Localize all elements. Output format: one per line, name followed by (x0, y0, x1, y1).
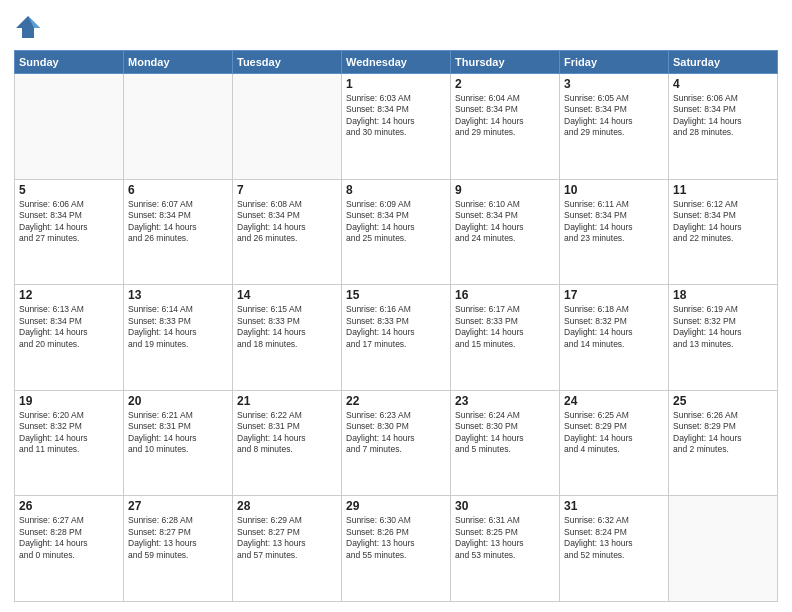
col-header-wednesday: Wednesday (342, 51, 451, 74)
cell-w1-d3: 1Sunrise: 6:03 AM Sunset: 8:34 PM Daylig… (342, 74, 451, 180)
cell-w5-d4: 30Sunrise: 6:31 AM Sunset: 8:25 PM Dayli… (451, 496, 560, 602)
cell-w5-d6 (669, 496, 778, 602)
cell-w1-d1 (124, 74, 233, 180)
logo-icon (14, 14, 42, 42)
day-info-11: Sunrise: 6:12 AM Sunset: 8:34 PM Dayligh… (673, 199, 773, 245)
header (14, 10, 778, 42)
day-info-18: Sunrise: 6:19 AM Sunset: 8:32 PM Dayligh… (673, 304, 773, 350)
day-number-11: 11 (673, 183, 773, 197)
day-number-8: 8 (346, 183, 446, 197)
day-number-22: 22 (346, 394, 446, 408)
calendar-header-row: Sunday Monday Tuesday Wednesday Thursday… (15, 51, 778, 74)
cell-w2-d4: 9Sunrise: 6:10 AM Sunset: 8:34 PM Daylig… (451, 179, 560, 285)
day-info-5: Sunrise: 6:06 AM Sunset: 8:34 PM Dayligh… (19, 199, 119, 245)
col-header-thursday: Thursday (451, 51, 560, 74)
calendar-table: Sunday Monday Tuesday Wednesday Thursday… (14, 50, 778, 602)
day-number-4: 4 (673, 77, 773, 91)
day-number-16: 16 (455, 288, 555, 302)
day-info-22: Sunrise: 6:23 AM Sunset: 8:30 PM Dayligh… (346, 410, 446, 456)
day-number-20: 20 (128, 394, 228, 408)
day-number-12: 12 (19, 288, 119, 302)
week-row-4: 19Sunrise: 6:20 AM Sunset: 8:32 PM Dayli… (15, 390, 778, 496)
day-info-15: Sunrise: 6:16 AM Sunset: 8:33 PM Dayligh… (346, 304, 446, 350)
cell-w1-d4: 2Sunrise: 6:04 AM Sunset: 8:34 PM Daylig… (451, 74, 560, 180)
day-info-4: Sunrise: 6:06 AM Sunset: 8:34 PM Dayligh… (673, 93, 773, 139)
day-number-23: 23 (455, 394, 555, 408)
day-info-13: Sunrise: 6:14 AM Sunset: 8:33 PM Dayligh… (128, 304, 228, 350)
day-number-6: 6 (128, 183, 228, 197)
cell-w3-d2: 14Sunrise: 6:15 AM Sunset: 8:33 PM Dayli… (233, 285, 342, 391)
week-row-1: 1Sunrise: 6:03 AM Sunset: 8:34 PM Daylig… (15, 74, 778, 180)
cell-w2-d6: 11Sunrise: 6:12 AM Sunset: 8:34 PM Dayli… (669, 179, 778, 285)
cell-w4-d0: 19Sunrise: 6:20 AM Sunset: 8:32 PM Dayli… (15, 390, 124, 496)
week-row-2: 5Sunrise: 6:06 AM Sunset: 8:34 PM Daylig… (15, 179, 778, 285)
logo (14, 14, 46, 42)
cell-w5-d1: 27Sunrise: 6:28 AM Sunset: 8:27 PM Dayli… (124, 496, 233, 602)
cell-w1-d0 (15, 74, 124, 180)
day-info-6: Sunrise: 6:07 AM Sunset: 8:34 PM Dayligh… (128, 199, 228, 245)
cell-w3-d4: 16Sunrise: 6:17 AM Sunset: 8:33 PM Dayli… (451, 285, 560, 391)
cell-w5-d5: 31Sunrise: 6:32 AM Sunset: 8:24 PM Dayli… (560, 496, 669, 602)
cell-w4-d5: 24Sunrise: 6:25 AM Sunset: 8:29 PM Dayli… (560, 390, 669, 496)
day-number-10: 10 (564, 183, 664, 197)
day-info-31: Sunrise: 6:32 AM Sunset: 8:24 PM Dayligh… (564, 515, 664, 561)
cell-w2-d3: 8Sunrise: 6:09 AM Sunset: 8:34 PM Daylig… (342, 179, 451, 285)
day-number-15: 15 (346, 288, 446, 302)
day-info-30: Sunrise: 6:31 AM Sunset: 8:25 PM Dayligh… (455, 515, 555, 561)
day-info-3: Sunrise: 6:05 AM Sunset: 8:34 PM Dayligh… (564, 93, 664, 139)
cell-w2-d0: 5Sunrise: 6:06 AM Sunset: 8:34 PM Daylig… (15, 179, 124, 285)
day-info-2: Sunrise: 6:04 AM Sunset: 8:34 PM Dayligh… (455, 93, 555, 139)
col-header-sunday: Sunday (15, 51, 124, 74)
col-header-monday: Monday (124, 51, 233, 74)
cell-w4-d2: 21Sunrise: 6:22 AM Sunset: 8:31 PM Dayli… (233, 390, 342, 496)
day-info-26: Sunrise: 6:27 AM Sunset: 8:28 PM Dayligh… (19, 515, 119, 561)
day-info-9: Sunrise: 6:10 AM Sunset: 8:34 PM Dayligh… (455, 199, 555, 245)
day-number-2: 2 (455, 77, 555, 91)
day-info-12: Sunrise: 6:13 AM Sunset: 8:34 PM Dayligh… (19, 304, 119, 350)
day-number-28: 28 (237, 499, 337, 513)
cell-w3-d5: 17Sunrise: 6:18 AM Sunset: 8:32 PM Dayli… (560, 285, 669, 391)
cell-w2-d5: 10Sunrise: 6:11 AM Sunset: 8:34 PM Dayli… (560, 179, 669, 285)
day-info-25: Sunrise: 6:26 AM Sunset: 8:29 PM Dayligh… (673, 410, 773, 456)
day-number-1: 1 (346, 77, 446, 91)
cell-w1-d2 (233, 74, 342, 180)
cell-w5-d2: 28Sunrise: 6:29 AM Sunset: 8:27 PM Dayli… (233, 496, 342, 602)
day-number-13: 13 (128, 288, 228, 302)
cell-w5-d0: 26Sunrise: 6:27 AM Sunset: 8:28 PM Dayli… (15, 496, 124, 602)
cell-w4-d6: 25Sunrise: 6:26 AM Sunset: 8:29 PM Dayli… (669, 390, 778, 496)
cell-w3-d6: 18Sunrise: 6:19 AM Sunset: 8:32 PM Dayli… (669, 285, 778, 391)
day-info-27: Sunrise: 6:28 AM Sunset: 8:27 PM Dayligh… (128, 515, 228, 561)
day-number-17: 17 (564, 288, 664, 302)
day-number-21: 21 (237, 394, 337, 408)
day-number-7: 7 (237, 183, 337, 197)
day-info-8: Sunrise: 6:09 AM Sunset: 8:34 PM Dayligh… (346, 199, 446, 245)
cell-w1-d5: 3Sunrise: 6:05 AM Sunset: 8:34 PM Daylig… (560, 74, 669, 180)
day-number-25: 25 (673, 394, 773, 408)
day-number-26: 26 (19, 499, 119, 513)
day-info-23: Sunrise: 6:24 AM Sunset: 8:30 PM Dayligh… (455, 410, 555, 456)
cell-w3-d0: 12Sunrise: 6:13 AM Sunset: 8:34 PM Dayli… (15, 285, 124, 391)
day-number-18: 18 (673, 288, 773, 302)
day-info-21: Sunrise: 6:22 AM Sunset: 8:31 PM Dayligh… (237, 410, 337, 456)
day-number-9: 9 (455, 183, 555, 197)
day-number-14: 14 (237, 288, 337, 302)
page: Sunday Monday Tuesday Wednesday Thursday… (0, 0, 792, 612)
day-info-7: Sunrise: 6:08 AM Sunset: 8:34 PM Dayligh… (237, 199, 337, 245)
day-info-1: Sunrise: 6:03 AM Sunset: 8:34 PM Dayligh… (346, 93, 446, 139)
cell-w1-d6: 4Sunrise: 6:06 AM Sunset: 8:34 PM Daylig… (669, 74, 778, 180)
day-info-29: Sunrise: 6:30 AM Sunset: 8:26 PM Dayligh… (346, 515, 446, 561)
cell-w4-d3: 22Sunrise: 6:23 AM Sunset: 8:30 PM Dayli… (342, 390, 451, 496)
week-row-5: 26Sunrise: 6:27 AM Sunset: 8:28 PM Dayli… (15, 496, 778, 602)
day-number-30: 30 (455, 499, 555, 513)
cell-w4-d4: 23Sunrise: 6:24 AM Sunset: 8:30 PM Dayli… (451, 390, 560, 496)
day-info-16: Sunrise: 6:17 AM Sunset: 8:33 PM Dayligh… (455, 304, 555, 350)
day-info-17: Sunrise: 6:18 AM Sunset: 8:32 PM Dayligh… (564, 304, 664, 350)
day-number-3: 3 (564, 77, 664, 91)
day-info-10: Sunrise: 6:11 AM Sunset: 8:34 PM Dayligh… (564, 199, 664, 245)
col-header-tuesday: Tuesday (233, 51, 342, 74)
cell-w3-d1: 13Sunrise: 6:14 AM Sunset: 8:33 PM Dayli… (124, 285, 233, 391)
week-row-3: 12Sunrise: 6:13 AM Sunset: 8:34 PM Dayli… (15, 285, 778, 391)
day-number-29: 29 (346, 499, 446, 513)
col-header-saturday: Saturday (669, 51, 778, 74)
cell-w4-d1: 20Sunrise: 6:21 AM Sunset: 8:31 PM Dayli… (124, 390, 233, 496)
